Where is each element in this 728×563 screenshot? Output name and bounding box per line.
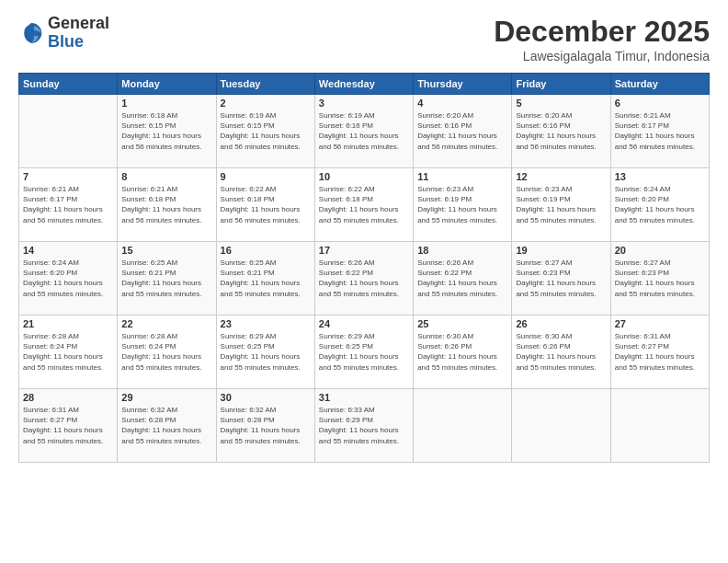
calendar-week-row: 7Sunrise: 6:21 AMSunset: 6:17 PMDaylight…	[19, 168, 710, 242]
weekday-header: Saturday	[610, 74, 709, 95]
calendar-cell: 6Sunrise: 6:21 AMSunset: 6:17 PMDaylight…	[610, 95, 709, 168]
calendar-cell	[512, 389, 610, 463]
header: General Blue December 2025 Lawesigalagal…	[18, 15, 710, 63]
day-number: 30	[221, 392, 311, 403]
calendar-cell: 5Sunrise: 6:20 AMSunset: 6:16 PMDaylight…	[512, 95, 610, 168]
calendar-cell: 24Sunrise: 6:29 AMSunset: 6:25 PMDayligh…	[314, 316, 413, 389]
day-number: 24	[319, 318, 409, 329]
day-number: 14	[23, 245, 113, 256]
day-number: 7	[23, 171, 113, 182]
calendar-week-row: 14Sunrise: 6:24 AMSunset: 6:20 PMDayligh…	[19, 242, 710, 316]
day-info: Sunrise: 6:19 AMSunset: 6:16 PMDaylight:…	[319, 110, 409, 152]
calendar-week-row: 21Sunrise: 6:28 AMSunset: 6:24 PMDayligh…	[19, 316, 710, 389]
day-info: Sunrise: 6:21 AMSunset: 6:17 PMDaylight:…	[615, 110, 705, 152]
calendar-table: SundayMondayTuesdayWednesdayThursdayFrid…	[18, 73, 710, 463]
day-info: Sunrise: 6:22 AMSunset: 6:18 PMDaylight:…	[319, 184, 409, 225]
calendar-week-row: 28Sunrise: 6:31 AMSunset: 6:27 PMDayligh…	[19, 389, 710, 463]
day-info: Sunrise: 6:25 AMSunset: 6:21 PMDaylight:…	[121, 258, 211, 299]
day-info: Sunrise: 6:29 AMSunset: 6:25 PMDaylight:…	[221, 331, 311, 373]
calendar-cell: 29Sunrise: 6:32 AMSunset: 6:28 PMDayligh…	[118, 389, 216, 463]
page: General Blue December 2025 Lawesigalagal…	[0, 0, 728, 563]
calendar-cell: 17Sunrise: 6:26 AMSunset: 6:22 PMDayligh…	[314, 242, 413, 316]
calendar-cell: 20Sunrise: 6:27 AMSunset: 6:23 PMDayligh…	[610, 242, 709, 316]
calendar-cell: 8Sunrise: 6:21 AMSunset: 6:18 PMDaylight…	[118, 168, 216, 242]
day-info: Sunrise: 6:21 AMSunset: 6:18 PMDaylight:…	[121, 184, 211, 225]
day-info: Sunrise: 6:31 AMSunset: 6:27 PMDaylight:…	[23, 405, 113, 446]
logo: General Blue	[18, 15, 109, 52]
day-number: 25	[417, 318, 507, 329]
calendar-cell	[610, 389, 709, 463]
day-number: 6	[615, 98, 705, 109]
day-info: Sunrise: 6:26 AMSunset: 6:22 PMDaylight:…	[319, 258, 409, 299]
title-block: December 2025 Lawesigalagala Timur, Indo…	[494, 15, 710, 63]
calendar-cell: 9Sunrise: 6:22 AMSunset: 6:18 PMDaylight…	[216, 168, 314, 242]
day-info: Sunrise: 6:32 AMSunset: 6:28 PMDaylight:…	[121, 405, 211, 446]
day-info: Sunrise: 6:31 AMSunset: 6:27 PMDaylight:…	[615, 331, 705, 373]
day-number: 27	[615, 318, 705, 329]
day-info: Sunrise: 6:23 AMSunset: 6:19 PMDaylight:…	[516, 184, 606, 225]
day-info: Sunrise: 6:24 AMSunset: 6:20 PMDaylight:…	[23, 258, 113, 299]
day-number: 31	[319, 392, 409, 403]
day-number: 10	[319, 171, 409, 182]
calendar-cell: 3Sunrise: 6:19 AMSunset: 6:16 PMDaylight…	[314, 95, 413, 168]
calendar-cell: 21Sunrise: 6:28 AMSunset: 6:24 PMDayligh…	[19, 316, 118, 389]
calendar-cell: 4Sunrise: 6:20 AMSunset: 6:16 PMDaylight…	[414, 95, 512, 168]
day-info: Sunrise: 6:27 AMSunset: 6:23 PMDaylight:…	[615, 258, 705, 299]
calendar-cell: 19Sunrise: 6:27 AMSunset: 6:23 PMDayligh…	[512, 242, 610, 316]
day-info: Sunrise: 6:20 AMSunset: 6:16 PMDaylight:…	[516, 110, 606, 152]
calendar-cell: 27Sunrise: 6:31 AMSunset: 6:27 PMDayligh…	[610, 316, 709, 389]
calendar-cell	[19, 95, 118, 168]
day-info: Sunrise: 6:28 AMSunset: 6:24 PMDaylight:…	[23, 331, 113, 373]
day-number: 11	[417, 171, 507, 182]
calendar-cell: 14Sunrise: 6:24 AMSunset: 6:20 PMDayligh…	[19, 242, 118, 316]
calendar-cell: 28Sunrise: 6:31 AMSunset: 6:27 PMDayligh…	[19, 389, 118, 463]
day-info: Sunrise: 6:23 AMSunset: 6:19 PMDaylight:…	[417, 184, 507, 225]
day-number: 29	[121, 392, 211, 403]
calendar-cell: 13Sunrise: 6:24 AMSunset: 6:20 PMDayligh…	[610, 168, 709, 242]
weekday-header: Friday	[512, 74, 610, 95]
day-info: Sunrise: 6:29 AMSunset: 6:25 PMDaylight:…	[319, 331, 409, 373]
weekday-header: Sunday	[19, 74, 118, 95]
day-info: Sunrise: 6:20 AMSunset: 6:16 PMDaylight:…	[417, 110, 507, 152]
day-number: 20	[615, 245, 705, 256]
day-number: 12	[516, 171, 606, 182]
day-info: Sunrise: 6:33 AMSunset: 6:29 PMDaylight:…	[319, 405, 409, 446]
day-number: 28	[23, 392, 113, 403]
day-info: Sunrise: 6:25 AMSunset: 6:21 PMDaylight:…	[221, 258, 311, 299]
calendar-cell: 11Sunrise: 6:23 AMSunset: 6:19 PMDayligh…	[414, 168, 512, 242]
calendar-cell: 18Sunrise: 6:26 AMSunset: 6:22 PMDayligh…	[414, 242, 512, 316]
calendar-cell: 16Sunrise: 6:25 AMSunset: 6:21 PMDayligh…	[216, 242, 314, 316]
calendar-cell	[414, 389, 512, 463]
calendar-cell: 23Sunrise: 6:29 AMSunset: 6:25 PMDayligh…	[216, 316, 314, 389]
day-number: 16	[221, 245, 311, 256]
logo-text: General Blue	[48, 15, 109, 52]
calendar-cell: 7Sunrise: 6:21 AMSunset: 6:17 PMDaylight…	[19, 168, 118, 242]
day-number: 26	[516, 318, 606, 329]
day-number: 4	[417, 98, 507, 109]
day-info: Sunrise: 6:18 AMSunset: 6:15 PMDaylight:…	[121, 110, 211, 152]
day-number: 13	[615, 171, 705, 182]
day-info: Sunrise: 6:26 AMSunset: 6:22 PMDaylight:…	[417, 258, 507, 299]
weekday-header: Wednesday	[314, 74, 413, 95]
month-title: December 2025	[494, 15, 710, 49]
header-row: SundayMondayTuesdayWednesdayThursdayFrid…	[19, 74, 710, 95]
calendar-cell: 25Sunrise: 6:30 AMSunset: 6:26 PMDayligh…	[414, 316, 512, 389]
day-number: 1	[121, 98, 211, 109]
day-info: Sunrise: 6:27 AMSunset: 6:23 PMDaylight:…	[516, 258, 606, 299]
calendar-cell: 10Sunrise: 6:22 AMSunset: 6:18 PMDayligh…	[314, 168, 413, 242]
day-number: 3	[319, 98, 409, 109]
day-number: 23	[221, 318, 311, 329]
day-number: 8	[121, 171, 211, 182]
day-info: Sunrise: 6:28 AMSunset: 6:24 PMDaylight:…	[121, 331, 211, 373]
day-info: Sunrise: 6:24 AMSunset: 6:20 PMDaylight:…	[615, 184, 705, 225]
calendar-cell: 30Sunrise: 6:32 AMSunset: 6:28 PMDayligh…	[216, 389, 314, 463]
day-number: 15	[121, 245, 211, 256]
day-info: Sunrise: 6:30 AMSunset: 6:26 PMDaylight:…	[516, 331, 606, 373]
calendar-week-row: 1Sunrise: 6:18 AMSunset: 6:15 PMDaylight…	[19, 95, 710, 168]
day-number: 17	[319, 245, 409, 256]
weekday-header: Thursday	[414, 74, 512, 95]
subtitle: Lawesigalagala Timur, Indonesia	[494, 49, 710, 63]
day-number: 22	[121, 318, 211, 329]
day-info: Sunrise: 6:19 AMSunset: 6:15 PMDaylight:…	[221, 110, 311, 152]
calendar-cell: 22Sunrise: 6:28 AMSunset: 6:24 PMDayligh…	[118, 316, 216, 389]
